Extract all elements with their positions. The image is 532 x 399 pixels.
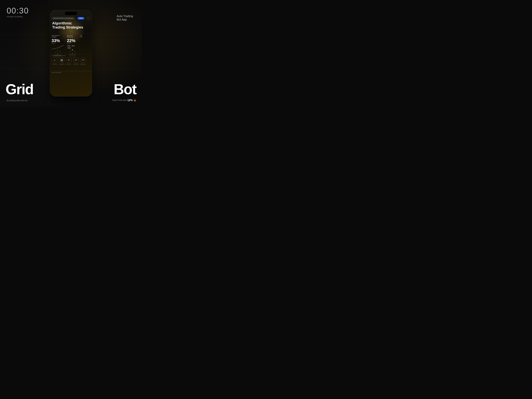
trend-chart-svg xyxy=(51,45,64,50)
timer-label: minutes of trading xyxy=(7,16,29,18)
phone-title-text: Algorithmic Trading Strategies xyxy=(52,21,90,29)
infinity-icon-circle: ∞ xyxy=(52,57,57,63)
bot-item-margin[interactable]: % Margin Grid xyxy=(66,57,72,65)
infinity-label: Infinity Grid xyxy=(52,64,57,65)
card1-returns: Returns xyxy=(51,43,64,44)
follow-strategy-button[interactable]: FOLLOW STRATEGY & GET RETURNS xyxy=(52,17,75,20)
leveraged-icon-circle xyxy=(59,57,64,63)
bot-item-reverse-lever[interactable]: Reverse Lever G xyxy=(80,57,86,66)
margin-icon: % xyxy=(68,59,70,61)
trailing-bots-section: TRAILING BOTS xyxy=(50,71,92,74)
asset-tags: Cash Bond Crypto xyxy=(67,45,78,49)
advanced-grid-section: ADVANCED GRID BOTS ∞ Infinity Grid xyxy=(50,54,92,66)
fire-icon: 🔥 xyxy=(133,99,136,102)
dynamic-island xyxy=(65,12,77,15)
svg-rect-0 xyxy=(61,59,62,60)
phone-wrapper: FOLLOW STRATEGY & GET RETURNS MENU ○ Alg… xyxy=(50,10,92,96)
margin-label: Margin Grid xyxy=(66,64,71,65)
reverse-icon-circle xyxy=(73,57,79,63)
phone-nav: FOLLOW STRATEGY & GET RETURNS MENU ○ xyxy=(52,17,90,20)
card2-title: Index Fund Rebalancing xyxy=(67,35,78,38)
dot-indicator xyxy=(72,50,73,50)
title-line1: Algorithmic xyxy=(52,21,72,25)
leveraged-icon-svg xyxy=(61,59,63,61)
infinity-icon: ∞ xyxy=(54,59,55,61)
reverse-lever-icon-circle xyxy=(80,57,86,63)
card2-returns: Returns xyxy=(67,43,78,44)
app-label: Auto Trading Bot App xyxy=(117,14,133,21)
bot-item-reverse[interactable]: Reverse Grid xyxy=(73,57,79,65)
bot-big-text: Bot xyxy=(114,82,136,96)
reverse-lever-label: Reverse Lever G xyxy=(80,64,86,66)
phone-title: Algorithmic Trading Strategies xyxy=(52,21,90,29)
advanced-grid-title: ADVANCED GRID BOTS xyxy=(51,54,90,57)
tag-bond: Bond xyxy=(71,45,75,47)
app-label-line2: Bot App xyxy=(117,18,133,21)
card1-percent: 33% xyxy=(51,38,64,43)
daily-profit-label: Daily Profit Upto xyxy=(112,99,127,101)
svg-line-6 xyxy=(84,59,84,60)
bot-icons-row: ∞ Infinity Grid xyxy=(51,57,90,66)
bot-item-infinity[interactable]: ∞ Infinity Grid xyxy=(51,57,58,65)
card2-percent: 22% xyxy=(67,38,78,43)
search-button[interactable]: ○ xyxy=(87,17,90,20)
trailing-bots-title: TRAILING BOTS xyxy=(51,71,90,74)
tag-crypto: Crypto xyxy=(67,47,71,49)
configure-plus-2: + xyxy=(72,52,73,54)
svg-rect-2 xyxy=(61,60,62,61)
phone-screen: FOLLOW STRATEGY & GET RETURNS MENU ○ Alg… xyxy=(50,10,92,96)
card3-title: ArbiOpp xyxy=(80,35,91,37)
mini-chart xyxy=(51,45,64,50)
grid-sub-text: By trading with auto bot xyxy=(7,99,27,102)
timer-value: 00:30 xyxy=(7,7,29,15)
reverse-icon-svg xyxy=(75,59,77,61)
app-label-line1: Auto Trading xyxy=(117,14,133,18)
timer-section: 00:30 minutes of trading xyxy=(7,7,29,18)
daily-profit-percent: 12% xyxy=(127,99,133,102)
reverse-lever-icon-svg xyxy=(82,59,84,61)
daily-profit: Daily Profit Upto 12% 🔥 xyxy=(112,99,136,102)
reverse-label: Reverse Grid xyxy=(73,64,78,65)
search-icon: ○ xyxy=(88,18,89,19)
grid-big-text: Grid xyxy=(6,82,33,96)
tag-cash: Cash xyxy=(67,45,71,47)
leveraged-label: Leveraged Grid xyxy=(59,64,65,65)
title-line2: Trading Strategies xyxy=(52,25,83,29)
card1-title: Trend-Following Strategies xyxy=(51,35,64,38)
grid-line-v2 xyxy=(93,0,93,106)
phone-outer: FOLLOW STRATEGY & GET RETURNS MENU ○ Alg… xyxy=(50,10,92,96)
bot-item-leveraged[interactable]: Leveraged Grid xyxy=(59,57,65,65)
menu-button[interactable]: MENU xyxy=(78,17,84,19)
margin-icon-circle: % xyxy=(66,57,72,63)
svg-rect-1 xyxy=(62,59,63,60)
